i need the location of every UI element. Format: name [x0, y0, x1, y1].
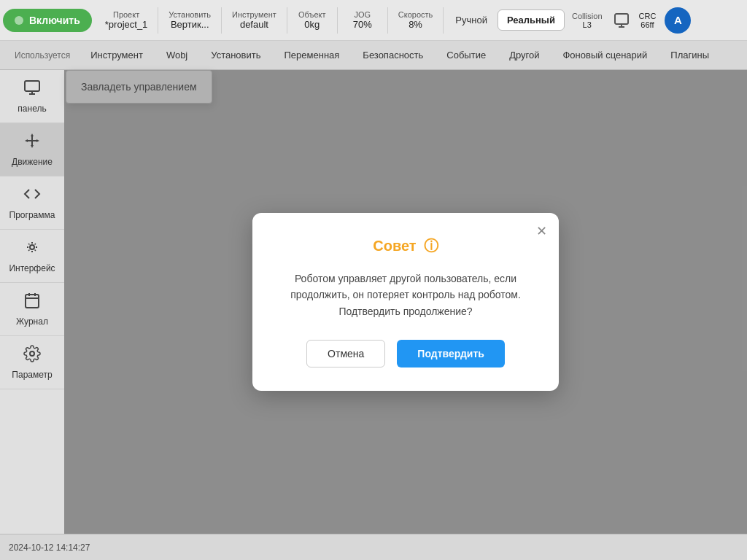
- jog-top-label: JOG: [354, 10, 371, 19]
- install-top-label: Установить: [169, 10, 211, 19]
- tool-value: default: [240, 19, 268, 30]
- svg-marker-10: [25, 139, 28, 142]
- speed-top-label: Скорость: [398, 10, 433, 19]
- dialog-actions: Отмена Подтвердить: [282, 340, 530, 368]
- sidebar-panel-label: панель: [18, 104, 46, 114]
- status-datetime: 2024-10-12: [9, 542, 53, 553]
- real-mode-button[interactable]: Реальный: [498, 9, 565, 31]
- manual-mode-label: Ручной: [455, 15, 487, 26]
- nav-item-plugins[interactable]: Плагины: [659, 44, 721, 66]
- svg-rect-0: [615, 14, 628, 24]
- calendar-icon: [23, 292, 41, 314]
- sidebar-item-panel[interactable]: панель: [0, 70, 64, 123]
- collision-block[interactable]: Collision L3: [566, 9, 608, 32]
- svg-rect-13: [26, 295, 39, 308]
- object-top-label: Объект: [298, 10, 325, 19]
- crc-label: CRC: [639, 12, 657, 20]
- enable-label: Включить: [29, 15, 80, 26]
- collision-value: L3: [583, 20, 592, 29]
- divider-4: [337, 7, 338, 34]
- dialog-title-text: Совет: [373, 238, 416, 254]
- nav-item-variable[interactable]: Переменная: [273, 44, 352, 66]
- main-content: ✕ Совет ⓘ Роботом управляет другой польз…: [64, 70, 747, 534]
- nav-item-install[interactable]: Установить: [199, 44, 272, 66]
- project-top-label: Проект: [113, 10, 139, 19]
- tool-top-label: Инструмент: [232, 10, 276, 19]
- divider-3: [287, 7, 287, 34]
- dialog: ✕ Совет ⓘ Роботом управляет другой польз…: [252, 213, 559, 391]
- manual-mode-button[interactable]: Ручной: [446, 10, 496, 30]
- crc-value: 66ff: [640, 20, 654, 29]
- avatar-label: A: [674, 14, 682, 26]
- divider-1: [158, 7, 158, 34]
- install-button[interactable]: Установить Вертик...: [161, 3, 218, 38]
- speed-button[interactable]: Скорость 8%: [391, 3, 441, 38]
- jog-button[interactable]: JOG 70%: [341, 3, 384, 38]
- crc-block[interactable]: CRC 66ff: [635, 9, 661, 32]
- svg-marker-11: [36, 139, 39, 142]
- svg-marker-8: [31, 133, 34, 136]
- enable-button[interactable]: Включить: [3, 9, 92, 32]
- sidebar: панель Движение Программа: [0, 70, 64, 534]
- object-value: 0kg: [304, 19, 320, 30]
- speed-value: 8%: [409, 19, 422, 30]
- nav-item-safety[interactable]: Безопасность: [351, 44, 435, 66]
- info-icon: ⓘ: [424, 236, 438, 256]
- svg-rect-3: [25, 81, 39, 91]
- used-label: Используется: [6, 50, 79, 61]
- sidebar-param-label: Параметр: [12, 370, 52, 380]
- dialog-body-line1: Роботом управляет другой пользователь, е…: [295, 273, 516, 284]
- divider-2: [221, 7, 222, 34]
- sidebar-item-log[interactable]: Журнал: [0, 283, 64, 336]
- dialog-body-line3: Подтвердить продолжение?: [338, 306, 472, 317]
- dialog-body: Роботом управляет другой пользователь, е…: [282, 271, 530, 319]
- avatar[interactable]: A: [665, 7, 691, 34]
- confirm-button[interactable]: Подтвердить: [397, 340, 505, 368]
- code-icon: [23, 185, 41, 207]
- svg-point-12: [30, 245, 34, 249]
- dialog-close-button[interactable]: ✕: [536, 225, 547, 238]
- screen-icon[interactable]: [610, 9, 633, 32]
- sidebar-program-label: Программа: [9, 210, 55, 220]
- real-mode-label: Реальный: [507, 15, 555, 26]
- monitor-icon: [23, 79, 41, 101]
- status-time: 14:14:27: [56, 542, 90, 553]
- nav-item-background[interactable]: Фоновый сценарий: [551, 44, 659, 66]
- object-button[interactable]: Объект 0kg: [290, 3, 334, 38]
- gear-icon: [23, 345, 41, 367]
- sidebar-item-interface[interactable]: Интерфейс: [0, 230, 64, 283]
- install-value: Вертик...: [171, 19, 209, 30]
- collision-label: Collision: [572, 12, 603, 20]
- jog-value: 70%: [353, 19, 372, 30]
- nav-item-wobj[interactable]: Wobj: [155, 44, 199, 66]
- divider-5: [387, 7, 388, 34]
- project-button[interactable]: Проект *project_1: [98, 3, 155, 38]
- divider-6: [443, 7, 444, 34]
- dialog-title: Совет ⓘ: [282, 236, 530, 256]
- sidebar-item-program[interactable]: Программа: [0, 176, 64, 230]
- cancel-button[interactable]: Отмена: [306, 340, 385, 368]
- dialog-body-line2: продолжить, он потеряет контроль над роб…: [290, 289, 521, 300]
- sidebar-log-label: Журнал: [16, 316, 48, 327]
- sidebar-item-param[interactable]: Параметр: [0, 336, 64, 389]
- enable-dot: [15, 16, 23, 25]
- sidebar-interface-label: Интерфейс: [9, 263, 55, 273]
- nav-item-tool[interactable]: Инструмент: [79, 44, 155, 66]
- status-bar: 2024-10-12 14:14:27: [0, 534, 747, 560]
- sidebar-motion-label: Движение: [12, 157, 53, 167]
- nav-item-other[interactable]: Другой: [498, 44, 551, 66]
- nav-item-event[interactable]: Событие: [435, 44, 498, 66]
- svg-point-17: [30, 351, 34, 356]
- top-bar: Включить Проект *project_1 Установить Ве…: [0, 0, 747, 41]
- project-value: *project_1: [105, 19, 148, 30]
- dialog-overlay: ✕ Совет ⓘ Роботом управляет другой польз…: [64, 70, 747, 534]
- tool-button[interactable]: Инструмент default: [225, 3, 284, 38]
- interface-icon: [23, 238, 41, 260]
- move-icon: [23, 132, 41, 154]
- sidebar-item-motion[interactable]: Движение: [0, 123, 64, 176]
- nav-bar: Используется Инструмент Wobj Установить …: [0, 41, 747, 70]
- svg-marker-9: [31, 145, 34, 148]
